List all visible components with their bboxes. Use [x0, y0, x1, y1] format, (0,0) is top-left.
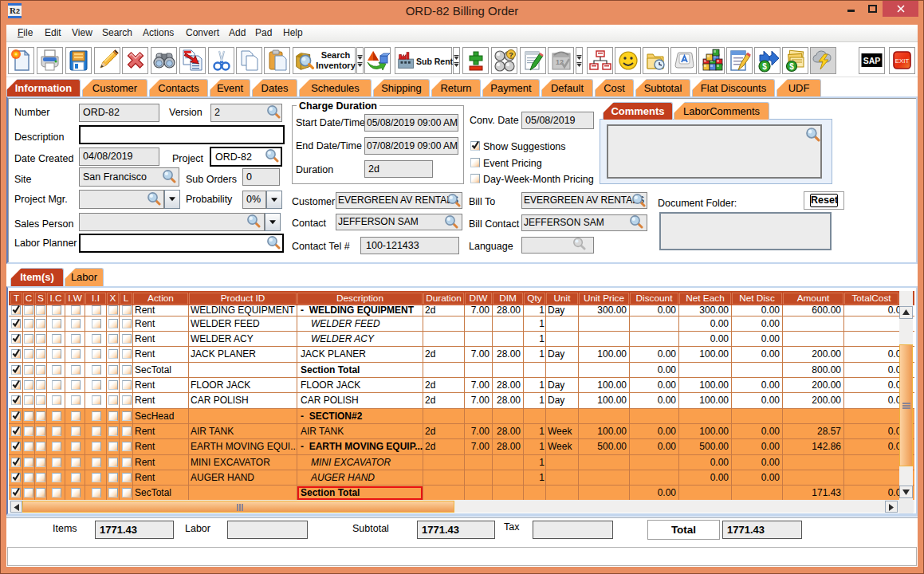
- svg-text:$: $: [789, 62, 794, 71]
- svg-text:EXIT: EXIT: [895, 57, 910, 65]
- svg-text:$: $: [762, 62, 767, 71]
- svg-text:?: ?: [509, 51, 513, 59]
- svg-text:SAP: SAP: [863, 56, 881, 65]
